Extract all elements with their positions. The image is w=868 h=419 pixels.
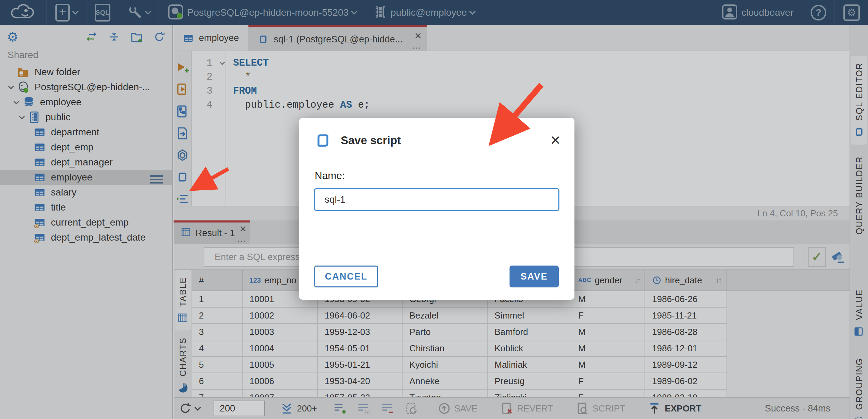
save-button[interactable]: SAVE xyxy=(510,266,559,287)
save-script-dialog: Save script ✕ Name: CANCEL SAVE xyxy=(299,118,574,300)
cancel-button[interactable]: CANCEL xyxy=(314,266,378,287)
cloudbeaver-app: + SQL Post xyxy=(0,0,868,419)
script-icon xyxy=(314,132,332,149)
name-label: Name: xyxy=(315,170,345,181)
dialog-title: Save script xyxy=(341,134,401,147)
close-icon[interactable]: ✕ xyxy=(550,134,561,147)
script-name-input[interactable] xyxy=(314,188,559,211)
